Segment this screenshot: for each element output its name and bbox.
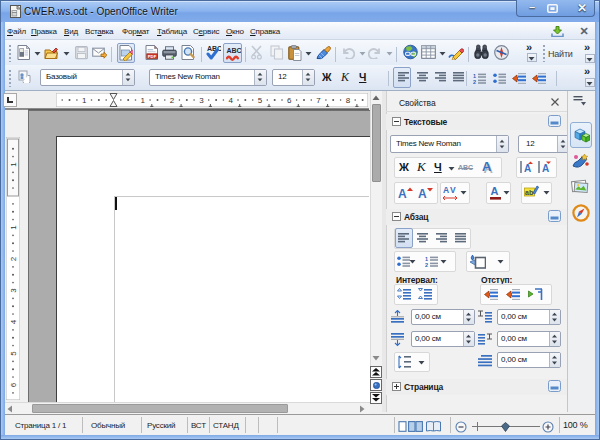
svg-text:8: 8 [346, 96, 351, 105]
svg-text:A: A [542, 163, 549, 174]
svg-text:A: A [398, 187, 407, 201]
svg-text:3: 3 [199, 96, 204, 105]
svg-text:3: 3 [9, 288, 18, 293]
svg-text:4: 4 [9, 319, 18, 324]
svg-text:2: 2 [473, 79, 476, 85]
svg-text:ABC: ABC [207, 45, 221, 52]
svg-text:5: 5 [258, 96, 263, 105]
svg-text:ab: ab [525, 189, 533, 196]
svg-text:ABC: ABC [226, 47, 241, 54]
svg-text:6: 6 [9, 382, 18, 387]
svg-text:7: 7 [316, 96, 321, 105]
svg-text:V: V [450, 185, 456, 195]
svg-text:A: A [443, 185, 449, 195]
svg-text:1: 1 [9, 225, 18, 230]
svg-text:4: 4 [228, 96, 233, 105]
svg-text:2: 2 [9, 256, 18, 261]
svg-text:2: 2 [425, 262, 428, 268]
svg-text:1: 1 [82, 96, 87, 105]
svg-text:5: 5 [9, 351, 18, 356]
svg-text:A: A [418, 187, 427, 201]
svg-text:1: 1 [9, 162, 18, 167]
svg-text:2: 2 [170, 96, 175, 105]
svg-text:6: 6 [287, 96, 292, 105]
svg-text:PDF: PDF [148, 54, 157, 59]
svg-text:A: A [491, 185, 499, 197]
svg-text:A: A [524, 163, 531, 174]
svg-text:1: 1 [141, 96, 146, 105]
